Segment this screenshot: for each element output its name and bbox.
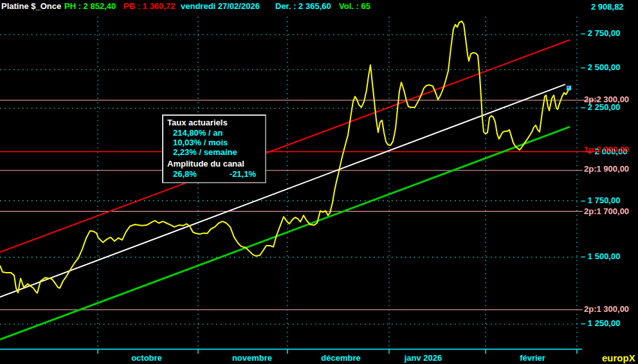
info-box-subtitle: Amplitude du canal <box>167 159 265 169</box>
price-line <box>0 21 569 293</box>
y-axis-label-1500: – 1 500,00 <box>581 252 620 261</box>
annual-rate: 214,80% / an <box>167 128 265 138</box>
y-axis-label-2750: – 2 750,00 <box>581 29 620 38</box>
pivot-label-1900: 2p:1 900,00 <box>584 165 629 174</box>
info-box-title: Taux actuariels <box>167 118 265 128</box>
y-axis-label-2250: – 2 250,00 <box>581 103 620 112</box>
channel-amplitude-low: -21,1% <box>230 169 256 179</box>
month-label-january: janv 2026 <box>405 353 442 363</box>
europx-logo: europX <box>602 352 635 363</box>
last-price-marker-dot <box>567 86 569 88</box>
monthly-rate: 10,03% / mois <box>167 138 265 147</box>
pivot-label-1300: 2p:1 300,00 <box>584 305 629 314</box>
month-label-november: novembre <box>232 353 272 363</box>
weekly-rate: 2,23% / semaine <box>167 147 265 157</box>
y-axis-label-2500: – 2 500,00 <box>581 63 620 72</box>
upper-resistance-trendline <box>0 40 570 252</box>
month-label-february: février <box>520 353 545 363</box>
pivot-label-2000: 1p:2 000,00 <box>584 145 629 154</box>
channel-info-box: Taux actuariels 214,80% / an 10,03% / mo… <box>162 114 266 183</box>
lower-support-trendline <box>0 127 570 340</box>
y-axis-label-top: 2 908,82 <box>591 3 624 12</box>
y-axis-label-1250: – 1 250,00 <box>581 319 620 328</box>
pivot-label-1700: 2p:1 700,00 <box>584 207 629 216</box>
month-label-december: décembre <box>321 353 360 363</box>
median-trendline <box>0 84 565 297</box>
channel-amplitude-high: 26,8% <box>173 169 197 179</box>
month-label-october: octobre <box>131 353 162 363</box>
price-chart-canvas[interactable] <box>0 0 638 364</box>
y-axis-label-1750: – 1 750,00 <box>581 196 620 205</box>
trading-chart-window: Platine $_Once PH : 2 852,40 PB : 1 360,… <box>0 0 638 364</box>
